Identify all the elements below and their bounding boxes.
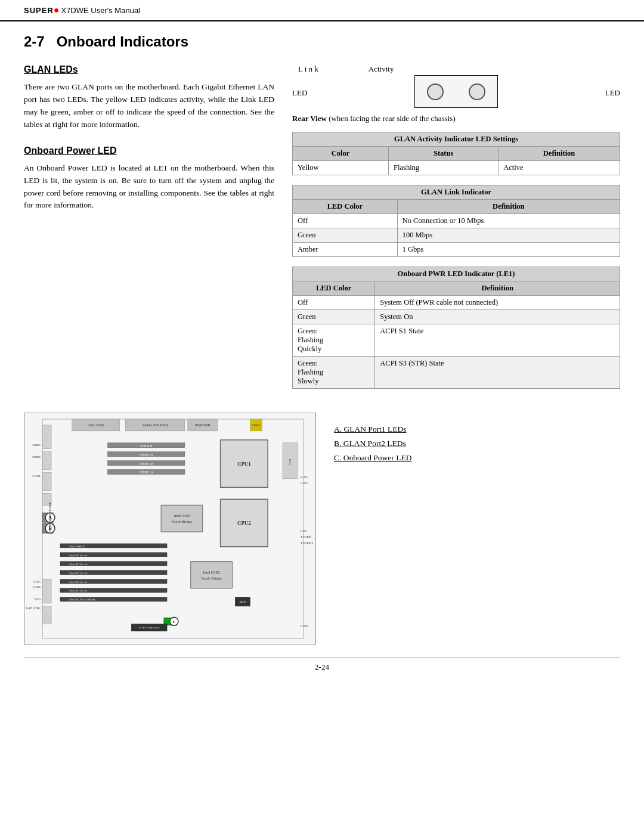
diagram-label-c: C. Onboard Power LED (334, 453, 620, 463)
svg-text:T-SGPIO2: T-SGPIO2 (301, 541, 314, 544)
table-row: YellowFlashingActive (293, 161, 620, 175)
right-column: L i n k Activity LED LED Rear View (when… (292, 64, 620, 398)
svg-text:C: C (172, 620, 175, 624)
glan-link-header: GLAN Link Indicator (293, 185, 620, 200)
svg-text:SUPER●X7DWE: SUPER●X7DWE (48, 502, 52, 532)
svg-text:Slot2 PCI-E x4: Slot2 PCI-E x4 (69, 589, 88, 592)
glan-activity-table: GLAN Activity Indicator LED Settings Col… (292, 132, 620, 175)
svg-text:FAN5: FAN5 (33, 580, 41, 583)
glan-activity-col3: Definition (499, 147, 620, 161)
glan-activity-col1: Color (293, 147, 389, 161)
header-title: X7DWE User's Manual (61, 6, 140, 15)
svg-text:Intel 5400: Intel 5400 (174, 513, 190, 518)
pwr-led-header: Onboard PWR LED Indicator (LE1) (293, 267, 620, 281)
svg-text:NMB6: NMB6 (32, 456, 41, 459)
svg-text:USB: USB (301, 529, 306, 532)
glan-link-col2: Definition (397, 200, 620, 214)
svg-text:Slot3 PCI-E x4: Slot3 PCI-E x4 (69, 581, 88, 584)
table-row: GreenSystem On (293, 310, 620, 324)
svg-text:Slot7 SIMLP: Slot7 SIMLP (69, 545, 85, 548)
svg-text:FAN2: FAN2 (301, 476, 308, 479)
table-row: Green: Flashing QuicklyACPI S1 State (293, 324, 620, 357)
rear-view-text: Rear View (when facing the rear side of … (292, 114, 620, 123)
table-row: Green100 Mbps (293, 228, 620, 243)
two-column-layout: GLAN LEDs There are two GLAN ports on th… (24, 64, 620, 398)
svg-text:CPU2: CPU2 (237, 520, 251, 526)
pwr-led-col2: Definition (375, 281, 620, 296)
activity-led-circle (469, 83, 485, 100)
led-right-label: LED (605, 88, 620, 98)
svg-text:FAN6: FAN6 (33, 586, 41, 589)
table-row: Amber1 Gbps (293, 243, 620, 257)
onboard-power-body-text: An Onboard Power LED is located at LE1 o… (24, 162, 274, 212)
svg-text:PWRSMB: PWRSMB (195, 423, 210, 427)
table-row: OffSystem Off (PWR cable not connected) (293, 296, 620, 310)
svg-text:24-Pin ATX PWR: 24-Pin ATX PWR (143, 423, 168, 427)
svg-rect-45 (191, 562, 233, 589)
svg-text:Slot1 PCI-X 133MHz: Slot1 PCI-X 133MHz (69, 598, 95, 601)
pwr-led-col1: LED Color (293, 281, 375, 296)
svg-text:LAN CTRL: LAN CTRL (26, 606, 41, 609)
diagram-label-a: A. GLAN Port1 LEDs (334, 425, 620, 434)
page-number: 2-24 (315, 662, 329, 671)
table-row: OffNo Connection or 10 Mbps (293, 214, 620, 228)
led-left-label: LED (292, 88, 307, 98)
svg-text:SATA connectors: SATA connectors (139, 626, 160, 629)
svg-text:DIMM 1A: DIMM 1A (139, 470, 153, 474)
glan-activity-col2: Status (389, 147, 499, 161)
main-content: 2-7 Onboard Indicators GLAN LEDs There a… (0, 21, 644, 690)
svg-text:8-Pin PWR: 8-Pin PWR (88, 423, 104, 427)
section-title: 2-7 Onboard Indicators (24, 33, 620, 50)
svg-text:FAN3: FAN3 (301, 482, 308, 485)
table-row: Green: Flashing SlowlyACPI S3 (STR) Stat… (293, 357, 620, 389)
glan-section: GLAN LEDs There are two GLAN ports on th… (24, 64, 274, 131)
svg-text:BIOS: BIOS (240, 600, 247, 603)
page-footer: 2-24 (24, 657, 620, 672)
diagram-labels: A. GLAN Port1 LEDs B. GLAN Port2 LEDs C.… (334, 413, 620, 467)
svg-rect-2 (42, 425, 51, 449)
link-label: L i n k (298, 64, 318, 74)
svg-text:NMB5: NMB5 (32, 444, 41, 447)
svg-text:FAN: FAN (289, 459, 292, 465)
svg-text:North Bridge: North Bridge (172, 519, 192, 524)
svg-text:Slot5 PCI-E x8: Slot5 PCI-E x8 (69, 563, 88, 566)
onboard-power-heading: Onboard Power LED (24, 145, 274, 156)
svg-text:Slot4 PCI-E x8: Slot4 PCI-E x8 (69, 572, 88, 575)
glan-body-text: There are two GLAN ports on the motherbo… (24, 81, 274, 131)
svg-text:FAN4: FAN4 (301, 624, 308, 627)
glan-link-col1: LED Color (293, 200, 398, 214)
svg-rect-3 (42, 452, 51, 470)
svg-rect-6 (42, 580, 51, 603)
svg-rect-4 (42, 472, 51, 490)
svg-text:DIMM B: DIMM B (140, 444, 153, 448)
svg-text:South Bridge: South Bridge (202, 576, 222, 580)
diagram-section: 8-Pin PWR 24-Pin ATX PWR PWRSMB LED5 DIM… (24, 413, 620, 645)
glan-activity-header: GLAN Activity Indicator LED Settings (293, 132, 620, 147)
svg-text:DIMM 2A: DIMM 2A (139, 453, 153, 457)
led-diagram: L i n k Activity LED LED Rear View (when… (292, 64, 620, 123)
brand-name: SUPER● (24, 5, 60, 16)
glan-heading: GLAN LEDs (24, 64, 274, 75)
motherboard-svg: 8-Pin PWR 24-Pin ATX PWR PWRSMB LED5 DIM… (24, 413, 315, 645)
svg-rect-7 (42, 606, 51, 624)
motherboard-diagram: 8-Pin PWR 24-Pin ATX PWR PWRSMB LED5 DIM… (24, 413, 316, 645)
svg-text:Slot6 PCI-E x8: Slot6 PCI-E x8 (69, 554, 88, 557)
page-header: SUPER● X7DWE User's Manual (0, 0, 644, 21)
svg-rect-26 (161, 505, 203, 532)
activity-label: Activity (369, 64, 394, 74)
svg-text:LED5: LED5 (252, 423, 261, 427)
led-diagram-box (414, 75, 498, 108)
onboard-power-section: Onboard Power LED An Onboard Power LED i… (24, 145, 274, 212)
link-led-circle (427, 83, 444, 100)
glan-link-table: GLAN Link Indicator LED Color Definition… (292, 185, 620, 257)
svg-text:VGA: VGA (34, 597, 41, 600)
svg-text:CPU1: CPU1 (237, 461, 251, 467)
diagram-label-b: B. GLAN Port2 LEDs (334, 439, 620, 448)
svg-text:COM1: COM1 (32, 475, 41, 478)
svg-text:DIMM 1B: DIMM 1B (140, 462, 154, 466)
pwr-led-table: Onboard PWR LED Indicator (LE1) LED Colo… (292, 267, 620, 389)
svg-text:T-SGPIO: T-SGPIO (301, 535, 312, 538)
left-column: GLAN LEDs There are two GLAN ports on th… (24, 64, 274, 398)
svg-text:Intel ESB2: Intel ESB2 (203, 570, 220, 574)
